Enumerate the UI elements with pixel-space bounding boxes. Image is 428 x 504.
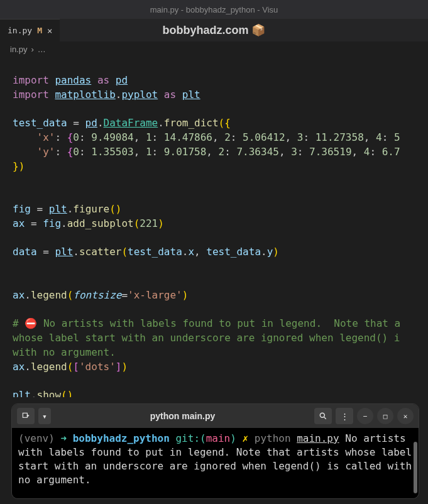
module-matplotlib: matplotlib bbox=[55, 89, 115, 101]
prompt-arrow: ➜ bbox=[60, 432, 67, 444]
prompt-file: main.py bbox=[297, 432, 339, 444]
breadcrumb-file: in.py bbox=[10, 45, 27, 54]
keyword-import: import bbox=[13, 74, 49, 86]
prompt-dirty-icon: ✗ bbox=[242, 432, 248, 444]
alias-pd: pd bbox=[116, 74, 128, 86]
editor-tab-bar: in.py M × bobbyhadz.com 📦 bbox=[0, 19, 428, 41]
prompt-git: git:( bbox=[175, 432, 206, 444]
svg-rect-0 bbox=[23, 413, 27, 417]
prompt-venv: (venv) bbox=[18, 432, 55, 444]
paren-close: }) bbox=[13, 160, 25, 172]
terminal-maximize-button[interactable]: □ bbox=[377, 408, 393, 424]
terminal-panel: ▾ python main.py ⋮ − □ ✕ (venv) ➜ bobbyh… bbox=[11, 403, 419, 499]
alias-plt: plt bbox=[182, 89, 200, 101]
mod-pd: pd bbox=[85, 117, 97, 129]
terminal-body[interactable]: (venv) ➜ bobbyhadz_python git:(main) ✗ p… bbox=[12, 428, 419, 498]
terminal-new-tab-button[interactable] bbox=[17, 408, 35, 424]
str-key: 'x' bbox=[37, 131, 55, 143]
terminal-scrollbar[interactable] bbox=[414, 442, 417, 493]
keyword-as: as bbox=[164, 89, 176, 101]
terminal-minimize-button[interactable]: − bbox=[357, 408, 373, 424]
keyword-import: import bbox=[13, 89, 49, 101]
module-pyplot: pyplot bbox=[121, 89, 158, 101]
file-tab[interactable]: in.py M × bbox=[0, 19, 60, 41]
func-from-dict: from_dict bbox=[164, 117, 219, 129]
breadcrumb-separator: › bbox=[31, 45, 33, 54]
tab-close-icon[interactable]: × bbox=[47, 26, 52, 36]
prompt-path: bobbyhadz_python bbox=[73, 432, 170, 444]
terminal-header: ▾ python main.py ⋮ − □ ✕ bbox=[12, 404, 419, 428]
code-editor[interactable]: import pandas as pd import matplotlib.py… bbox=[0, 57, 428, 397]
watermark-overlay: bobbyhadz.com 📦 bbox=[162, 23, 265, 37]
str-key: 'y' bbox=[37, 146, 55, 158]
comment: # ⛔️ No artists with labels found to put… bbox=[13, 317, 400, 329]
comment: whose label start with an underscore are… bbox=[13, 332, 400, 344]
paren-open: ({ bbox=[219, 117, 231, 129]
terminal-search-button[interactable] bbox=[314, 408, 332, 424]
breadcrumb[interactable]: in.py › … bbox=[0, 41, 428, 57]
var: test_data bbox=[13, 117, 67, 129]
prompt-branch: main bbox=[206, 432, 231, 444]
terminal-dropdown-button[interactable]: ▾ bbox=[38, 408, 51, 424]
breadcrumb-ellipsis: … bbox=[38, 45, 46, 54]
window-title-bar: main.py - bobbyhadz_python - Visu bbox=[0, 0, 428, 19]
svg-point-3 bbox=[320, 413, 324, 417]
svg-line-4 bbox=[324, 417, 326, 419]
terminal-title: python main.py bbox=[55, 411, 310, 421]
dot: . bbox=[158, 117, 164, 129]
tab-modified-indicator: M bbox=[37, 26, 42, 35]
dot: . bbox=[97, 117, 104, 129]
prompt-cmd: python bbox=[255, 432, 291, 444]
terminal-menu-button[interactable]: ⋮ bbox=[336, 408, 353, 424]
keyword-as: as bbox=[97, 74, 109, 86]
window-title: main.py - bobbyhadz_python - Visu bbox=[150, 5, 278, 14]
class-dataframe: DataFrame bbox=[104, 117, 158, 129]
comment: with no argument. bbox=[13, 346, 116, 358]
module-pandas: pandas bbox=[55, 74, 91, 86]
op-eq: = bbox=[67, 117, 85, 129]
dot: . bbox=[116, 89, 122, 101]
tab-label: in.py bbox=[8, 26, 32, 35]
terminal-close-button[interactable]: ✕ bbox=[397, 408, 414, 424]
